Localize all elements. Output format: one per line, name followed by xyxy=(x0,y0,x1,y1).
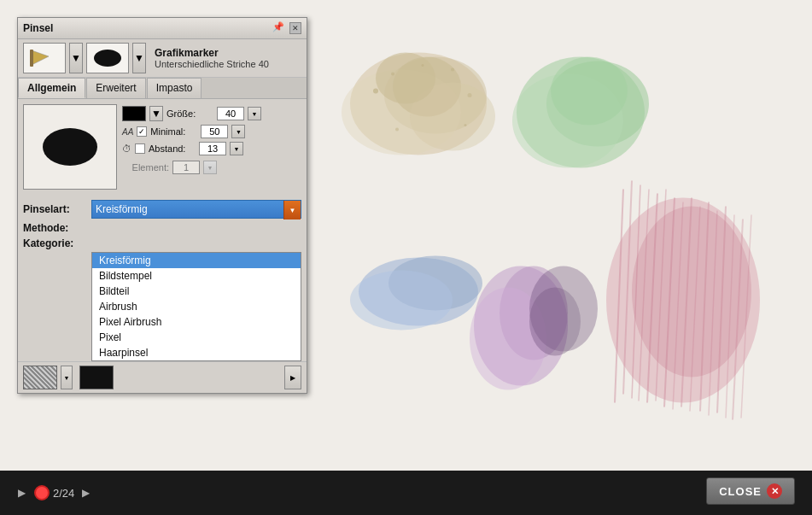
svg-point-16 xyxy=(551,57,628,126)
minimal-label: Minimal: xyxy=(150,126,197,137)
play-button[interactable]: ▶ xyxy=(14,485,29,500)
groesse-spin[interactable]: ▼ xyxy=(248,107,261,120)
tab-impasto[interactable]: Impasto xyxy=(147,78,202,98)
pinselart-row: Pinselart: Kreisförmig ▼ xyxy=(23,200,301,219)
record-button[interactable] xyxy=(34,485,50,500)
brush-name: Grafikmarker xyxy=(155,47,301,59)
svg-point-7 xyxy=(391,73,394,76)
svg-point-45 xyxy=(94,50,121,67)
svg-point-40 xyxy=(632,207,751,377)
svg-rect-44 xyxy=(30,50,33,67)
aa-checkbox[interactable]: ✓ xyxy=(137,126,147,137)
color-dropdown-arrow[interactable]: ▼ xyxy=(149,106,163,121)
pinselart-dropdown-list: Kreisförmig Bildstempel Bildteil Airbrus… xyxy=(91,252,301,361)
groesse-value[interactable]: 40 xyxy=(217,107,244,120)
pinselart-label: Pinselart: xyxy=(23,203,91,215)
svg-point-10 xyxy=(422,64,424,67)
svg-point-6 xyxy=(373,89,378,94)
tab-allgemein[interactable]: Allgemein xyxy=(18,78,85,98)
nav-next-arrow[interactable]: ▶ xyxy=(78,485,93,500)
svg-point-46 xyxy=(43,128,97,166)
svg-point-5 xyxy=(376,53,435,104)
texture-preview[interactable] xyxy=(23,366,57,389)
brush-shape-dropdown-arrow[interactable]: ▼ xyxy=(132,43,146,73)
panel-right-arrow-btn[interactable]: ▶ xyxy=(284,366,301,389)
dropdown-item-kreisfoermig[interactable]: Kreisförmig xyxy=(92,253,301,268)
element-row: Element: 1 ▼ xyxy=(122,161,301,174)
pinselart-dropdown[interactable]: Kreisförmig ▼ xyxy=(91,200,301,219)
clock-icon: ⏱ xyxy=(122,143,131,154)
panel-pin-button[interactable]: 📌 xyxy=(272,21,286,35)
texture-row: ▼ ▶ xyxy=(18,361,307,393)
panel-close-button[interactable]: ✕ xyxy=(289,22,301,34)
svg-point-11 xyxy=(395,128,399,132)
kategorie-label: Kategorie: xyxy=(23,237,91,249)
kategorie-row: Kategorie: xyxy=(23,237,301,249)
panel-titlebar: Pinsel 📌 ✕ xyxy=(18,18,307,39)
aa-label: AA xyxy=(122,127,133,137)
brush-subtitle: Unterschiedliche Striche 40 xyxy=(155,59,301,69)
pinselart-dropdown-arrow-btn[interactable]: ▼ xyxy=(283,201,301,219)
dropdown-item-haarpinsel[interactable]: Haarpinsel xyxy=(92,345,301,360)
minimal-spin[interactable]: ▼ xyxy=(231,125,245,138)
svg-point-9 xyxy=(451,68,454,72)
pinsel-panel: Pinsel 📌 ✕ ▼ ▼ Grafikmarker Unterschiedl… xyxy=(17,17,307,394)
settings-area: ▼ Größe: 40 ▼ AA ✓ Minimal: 50 ▼ ⏱ xyxy=(18,99,307,195)
groesse-row: ▼ Größe: 40 ▼ xyxy=(122,106,301,121)
brush-preview-box[interactable] xyxy=(23,43,66,73)
dropdown-item-airbrush[interactable]: Airbrush xyxy=(92,299,301,314)
brush-shape-preview xyxy=(23,104,117,190)
bottom-bar: ▶ 2/24 ▶ CLOSE ✕ xyxy=(0,471,812,515)
dropdown-item-pixel-airbrush[interactable]: Pixel Airbrush xyxy=(92,314,301,330)
groesse-label: Größe: xyxy=(166,108,213,119)
panel-title: Pinsel xyxy=(23,22,53,34)
minimal-value[interactable]: 50 xyxy=(201,125,228,138)
pinselart-dropdown-text: Kreisförmig xyxy=(96,203,297,215)
nav-counter: 2/24 xyxy=(53,487,74,500)
pinselart-section: Pinselart: Kreisförmig ▼ Methode: Katego… xyxy=(18,195,307,361)
dropdown-item-pixel[interactable]: Pixel xyxy=(92,330,301,345)
texture-dropdown-arrow[interactable]: ▼ xyxy=(61,366,73,389)
brush-type-dropdown-arrow[interactable]: ▼ xyxy=(69,43,83,73)
element-spin[interactable]: ▼ xyxy=(203,161,217,174)
tabs-row: Allgemein Erweitert Impasto xyxy=(18,78,307,99)
dropdown-item-bildstempel[interactable]: Bildstempel xyxy=(92,268,301,284)
svg-point-12 xyxy=(464,124,467,126)
abstand-row: ⏱ Abstand: 13 ▼ xyxy=(122,142,301,155)
abstand-value[interactable]: 13 xyxy=(199,142,226,155)
brush-name-area: Grafikmarker Unterschiedliche Striche 40 xyxy=(155,47,301,69)
color-swatch[interactable] xyxy=(122,106,146,121)
close-button-label: CLOSE xyxy=(719,485,762,498)
svg-point-19 xyxy=(350,271,453,331)
element-label: Element: xyxy=(122,162,169,173)
svg-point-8 xyxy=(468,93,472,97)
abstand-checkbox[interactable] xyxy=(135,143,145,154)
close-button[interactable]: CLOSE ✕ xyxy=(706,477,795,505)
abstand-label: Abstand: xyxy=(149,143,196,154)
methode-row: Methode: xyxy=(23,222,301,234)
brush-shape-preview-box[interactable] xyxy=(86,43,129,73)
brush-preview-row: ▼ ▼ Grafikmarker Unterschiedliche Strich… xyxy=(18,39,307,78)
svg-point-42 xyxy=(529,288,581,356)
methode-label: Methode: xyxy=(23,222,91,234)
color-swatch2[interactable] xyxy=(79,366,114,389)
dropdown-item-bildteil[interactable]: Bildteil xyxy=(92,284,301,299)
tab-erweitert[interactable]: Erweitert xyxy=(86,78,145,98)
close-x-icon: ✕ xyxy=(767,483,782,499)
abstand-spin[interactable]: ▼ xyxy=(230,142,243,155)
controls-area: ▼ Größe: 40 ▼ AA ✓ Minimal: 50 ▼ ⏱ xyxy=(122,104,301,174)
minimal-row: AA ✓ Minimal: 50 ▼ xyxy=(122,125,301,138)
element-value: 1 xyxy=(172,161,200,174)
